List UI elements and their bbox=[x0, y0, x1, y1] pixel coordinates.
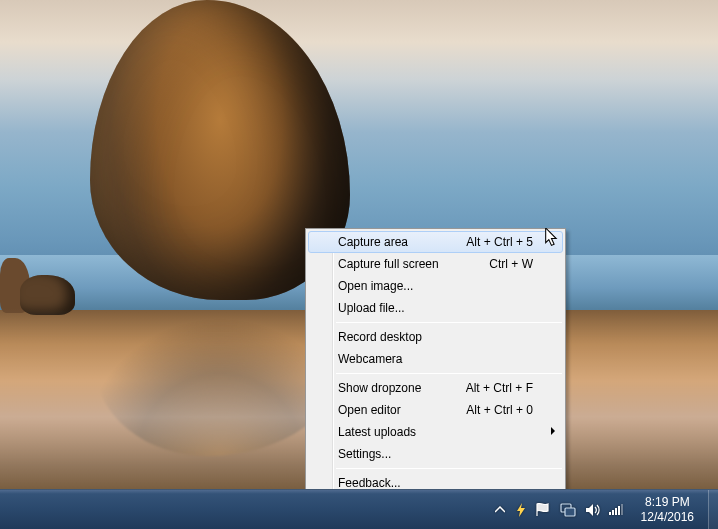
menu-item-label: Record desktop bbox=[338, 330, 533, 344]
menu-item-label: Feedback... bbox=[338, 476, 533, 490]
svg-rect-2 bbox=[609, 512, 611, 515]
volume-icon[interactable] bbox=[585, 503, 600, 517]
wifi-signal-icon[interactable] bbox=[609, 503, 624, 516]
menu-item-webcamera[interactable]: Webcamera bbox=[308, 348, 563, 370]
menu-item-open-image[interactable]: Open image... bbox=[308, 275, 563, 297]
menu-item-label: Upload file... bbox=[338, 301, 533, 315]
action-center-flag-icon[interactable] bbox=[535, 503, 551, 517]
menu-item-show-dropzone[interactable]: Show dropzoneAlt + Ctrl + F bbox=[308, 377, 563, 399]
svg-rect-1 bbox=[565, 508, 575, 516]
network-icon[interactable] bbox=[560, 503, 576, 517]
clock-date: 12/4/2016 bbox=[641, 510, 694, 525]
menu-item-label: Open image... bbox=[338, 279, 533, 293]
menu-item-label: Latest uploads bbox=[338, 425, 533, 439]
menu-item-label: Show dropzone bbox=[338, 381, 466, 395]
menu-item-settings[interactable]: Settings... bbox=[308, 443, 563, 465]
menu-item-shortcut: Alt + Ctrl + F bbox=[466, 381, 533, 395]
tray-context-menu[interactable]: Capture areaAlt + Ctrl + 5Capture full s… bbox=[305, 228, 566, 519]
menu-separator bbox=[336, 322, 562, 323]
submenu-arrow-icon bbox=[551, 427, 555, 435]
svg-rect-4 bbox=[615, 508, 617, 515]
mouse-cursor-icon bbox=[544, 228, 560, 248]
taskbar[interactable]: 8:19 PM 12/4/2016 bbox=[0, 489, 718, 529]
menu-item-latest-uploads[interactable]: Latest uploads bbox=[308, 421, 563, 443]
menu-item-label: Webcamera bbox=[338, 352, 533, 366]
taskbar-clock[interactable]: 8:19 PM 12/4/2016 bbox=[633, 495, 702, 525]
menu-separator bbox=[336, 468, 562, 469]
tray-overflow-chevron-icon[interactable] bbox=[493, 503, 507, 517]
bolt-icon[interactable] bbox=[516, 503, 526, 517]
svg-rect-5 bbox=[618, 506, 620, 515]
svg-rect-6 bbox=[621, 504, 623, 515]
menu-item-record-desktop[interactable]: Record desktop bbox=[308, 326, 563, 348]
menu-item-shortcut: Alt + Ctrl + 5 bbox=[466, 235, 533, 249]
menu-item-capture-full-screen[interactable]: Capture full screenCtrl + W bbox=[308, 253, 563, 275]
menu-separator bbox=[336, 373, 562, 374]
svg-rect-3 bbox=[612, 510, 614, 515]
menu-item-capture-area[interactable]: Capture areaAlt + Ctrl + 5 bbox=[308, 231, 563, 253]
menu-item-shortcut: Alt + Ctrl + 0 bbox=[466, 403, 533, 417]
menu-item-shortcut: Ctrl + W bbox=[489, 257, 533, 271]
system-tray[interactable]: 8:19 PM 12/4/2016 bbox=[485, 490, 708, 529]
menu-item-label: Open editor bbox=[338, 403, 466, 417]
menu-item-label: Capture full screen bbox=[338, 257, 489, 271]
clock-time: 8:19 PM bbox=[641, 495, 694, 510]
menu-item-upload-file[interactable]: Upload file... bbox=[308, 297, 563, 319]
menu-item-label: Settings... bbox=[338, 447, 533, 461]
menu-item-label: Capture area bbox=[338, 235, 466, 249]
menu-item-open-editor[interactable]: Open editorAlt + Ctrl + 0 bbox=[308, 399, 563, 421]
show-desktop-button[interactable] bbox=[708, 490, 718, 530]
